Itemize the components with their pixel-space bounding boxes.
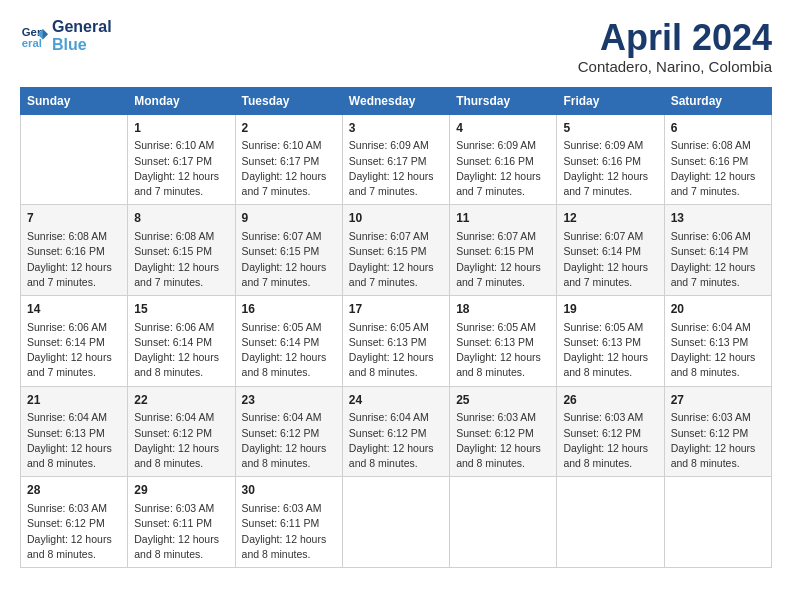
day-number: 10 [349, 210, 443, 227]
calendar-cell: 15Sunrise: 6:06 AM Sunset: 6:14 PM Dayli… [128, 295, 235, 386]
calendar-cell: 11Sunrise: 6:07 AM Sunset: 6:15 PM Dayli… [450, 205, 557, 296]
day-info: Sunrise: 6:05 AM Sunset: 6:13 PM Dayligh… [456, 320, 550, 381]
day-info: Sunrise: 6:05 AM Sunset: 6:14 PM Dayligh… [242, 320, 336, 381]
day-number: 4 [456, 120, 550, 137]
calendar-cell: 6Sunrise: 6:08 AM Sunset: 6:16 PM Daylig… [664, 114, 771, 205]
day-info: Sunrise: 6:03 AM Sunset: 6:12 PM Dayligh… [563, 410, 657, 471]
calendar-cell: 23Sunrise: 6:04 AM Sunset: 6:12 PM Dayli… [235, 386, 342, 477]
calendar-cell: 12Sunrise: 6:07 AM Sunset: 6:14 PM Dayli… [557, 205, 664, 296]
col-friday: Friday [557, 87, 664, 114]
calendar-week-2: 14Sunrise: 6:06 AM Sunset: 6:14 PM Dayli… [21, 295, 772, 386]
logo-line1: General [52, 18, 112, 36]
col-thursday: Thursday [450, 87, 557, 114]
calendar-cell: 27Sunrise: 6:03 AM Sunset: 6:12 PM Dayli… [664, 386, 771, 477]
calendar-week-1: 7Sunrise: 6:08 AM Sunset: 6:16 PM Daylig… [21, 205, 772, 296]
logo-line2: Blue [52, 36, 112, 54]
day-info: Sunrise: 6:08 AM Sunset: 6:16 PM Dayligh… [671, 138, 765, 199]
day-info: Sunrise: 6:03 AM Sunset: 6:11 PM Dayligh… [134, 501, 228, 562]
col-tuesday: Tuesday [235, 87, 342, 114]
calendar-cell: 18Sunrise: 6:05 AM Sunset: 6:13 PM Dayli… [450, 295, 557, 386]
day-number: 14 [27, 301, 121, 318]
logo-icon: Gen eral [20, 22, 48, 50]
day-info: Sunrise: 6:08 AM Sunset: 6:15 PM Dayligh… [134, 229, 228, 290]
day-info: Sunrise: 6:04 AM Sunset: 6:13 PM Dayligh… [27, 410, 121, 471]
day-number: 2 [242, 120, 336, 137]
calendar-cell: 24Sunrise: 6:04 AM Sunset: 6:12 PM Dayli… [342, 386, 449, 477]
day-number: 11 [456, 210, 550, 227]
day-info: Sunrise: 6:04 AM Sunset: 6:12 PM Dayligh… [242, 410, 336, 471]
calendar-cell: 17Sunrise: 6:05 AM Sunset: 6:13 PM Dayli… [342, 295, 449, 386]
day-info: Sunrise: 6:10 AM Sunset: 6:17 PM Dayligh… [242, 138, 336, 199]
calendar-cell: 28Sunrise: 6:03 AM Sunset: 6:12 PM Dayli… [21, 477, 128, 568]
day-info: Sunrise: 6:05 AM Sunset: 6:13 PM Dayligh… [563, 320, 657, 381]
day-info: Sunrise: 6:06 AM Sunset: 6:14 PM Dayligh… [134, 320, 228, 381]
day-number: 1 [134, 120, 228, 137]
calendar-cell: 29Sunrise: 6:03 AM Sunset: 6:11 PM Dayli… [128, 477, 235, 568]
day-info: Sunrise: 6:04 AM Sunset: 6:12 PM Dayligh… [134, 410, 228, 471]
day-info: Sunrise: 6:03 AM Sunset: 6:12 PM Dayligh… [456, 410, 550, 471]
day-info: Sunrise: 6:10 AM Sunset: 6:17 PM Dayligh… [134, 138, 228, 199]
main-title: April 2024 [578, 18, 772, 58]
calendar-cell: 16Sunrise: 6:05 AM Sunset: 6:14 PM Dayli… [235, 295, 342, 386]
day-number: 12 [563, 210, 657, 227]
calendar-cell: 22Sunrise: 6:04 AM Sunset: 6:12 PM Dayli… [128, 386, 235, 477]
title-block: April 2024 Contadero, Narino, Colombia [578, 18, 772, 75]
day-info: Sunrise: 6:07 AM Sunset: 6:15 PM Dayligh… [242, 229, 336, 290]
calendar-week-0: 1Sunrise: 6:10 AM Sunset: 6:17 PM Daylig… [21, 114, 772, 205]
day-number: 17 [349, 301, 443, 318]
calendar-cell [342, 477, 449, 568]
calendar-cell: 20Sunrise: 6:04 AM Sunset: 6:13 PM Dayli… [664, 295, 771, 386]
day-number: 6 [671, 120, 765, 137]
day-number: 24 [349, 392, 443, 409]
calendar-cell: 9Sunrise: 6:07 AM Sunset: 6:15 PM Daylig… [235, 205, 342, 296]
day-number: 19 [563, 301, 657, 318]
col-monday: Monday [128, 87, 235, 114]
day-info: Sunrise: 6:03 AM Sunset: 6:11 PM Dayligh… [242, 501, 336, 562]
calendar-cell: 2Sunrise: 6:10 AM Sunset: 6:17 PM Daylig… [235, 114, 342, 205]
calendar-cell [664, 477, 771, 568]
day-number: 30 [242, 482, 336, 499]
day-info: Sunrise: 6:07 AM Sunset: 6:15 PM Dayligh… [456, 229, 550, 290]
calendar-cell: 13Sunrise: 6:06 AM Sunset: 6:14 PM Dayli… [664, 205, 771, 296]
calendar-cell [450, 477, 557, 568]
day-number: 5 [563, 120, 657, 137]
day-info: Sunrise: 6:09 AM Sunset: 6:16 PM Dayligh… [563, 138, 657, 199]
day-number: 27 [671, 392, 765, 409]
calendar-cell [21, 114, 128, 205]
day-info: Sunrise: 6:07 AM Sunset: 6:14 PM Dayligh… [563, 229, 657, 290]
day-number: 22 [134, 392, 228, 409]
page-header: Gen eral General Blue April 2024 Contade… [20, 18, 772, 75]
day-info: Sunrise: 6:09 AM Sunset: 6:17 PM Dayligh… [349, 138, 443, 199]
day-number: 13 [671, 210, 765, 227]
calendar-cell: 21Sunrise: 6:04 AM Sunset: 6:13 PM Dayli… [21, 386, 128, 477]
calendar-header-row: Sunday Monday Tuesday Wednesday Thursday… [21, 87, 772, 114]
calendar-week-4: 28Sunrise: 6:03 AM Sunset: 6:12 PM Dayli… [21, 477, 772, 568]
col-wednesday: Wednesday [342, 87, 449, 114]
day-number: 21 [27, 392, 121, 409]
calendar-cell: 19Sunrise: 6:05 AM Sunset: 6:13 PM Dayli… [557, 295, 664, 386]
day-number: 23 [242, 392, 336, 409]
svg-marker-3 [43, 29, 48, 40]
calendar-week-3: 21Sunrise: 6:04 AM Sunset: 6:13 PM Dayli… [21, 386, 772, 477]
day-info: Sunrise: 6:08 AM Sunset: 6:16 PM Dayligh… [27, 229, 121, 290]
day-number: 29 [134, 482, 228, 499]
day-number: 9 [242, 210, 336, 227]
day-info: Sunrise: 6:07 AM Sunset: 6:15 PM Dayligh… [349, 229, 443, 290]
col-saturday: Saturday [664, 87, 771, 114]
calendar-cell: 30Sunrise: 6:03 AM Sunset: 6:11 PM Dayli… [235, 477, 342, 568]
day-info: Sunrise: 6:03 AM Sunset: 6:12 PM Dayligh… [27, 501, 121, 562]
day-number: 18 [456, 301, 550, 318]
calendar-cell: 1Sunrise: 6:10 AM Sunset: 6:17 PM Daylig… [128, 114, 235, 205]
calendar-cell: 5Sunrise: 6:09 AM Sunset: 6:16 PM Daylig… [557, 114, 664, 205]
day-info: Sunrise: 6:05 AM Sunset: 6:13 PM Dayligh… [349, 320, 443, 381]
day-number: 25 [456, 392, 550, 409]
day-number: 8 [134, 210, 228, 227]
svg-text:eral: eral [22, 37, 42, 49]
day-info: Sunrise: 6:09 AM Sunset: 6:16 PM Dayligh… [456, 138, 550, 199]
day-info: Sunrise: 6:04 AM Sunset: 6:12 PM Dayligh… [349, 410, 443, 471]
day-info: Sunrise: 6:03 AM Sunset: 6:12 PM Dayligh… [671, 410, 765, 471]
day-number: 16 [242, 301, 336, 318]
calendar-table: Sunday Monday Tuesday Wednesday Thursday… [20, 87, 772, 568]
col-sunday: Sunday [21, 87, 128, 114]
calendar-cell: 14Sunrise: 6:06 AM Sunset: 6:14 PM Dayli… [21, 295, 128, 386]
